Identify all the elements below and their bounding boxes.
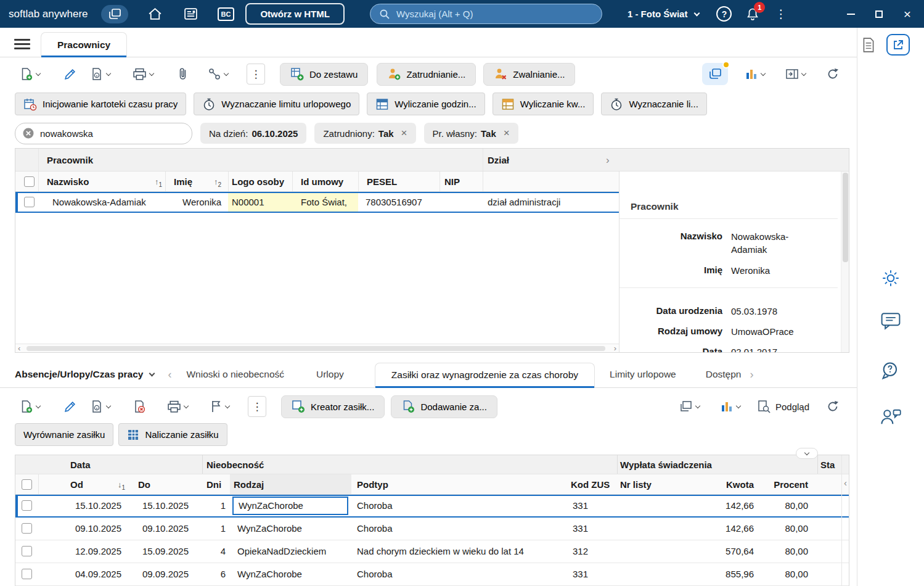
col-podtyp[interactable]: Podtyp [357, 474, 388, 495]
benefit-row[interactable]: 09.10.2025 09.10.2025 1 WynZaChorobe Cho… [15, 518, 849, 540]
minimize-button[interactable] [836, 0, 865, 28]
copy-print-button[interactable] [676, 397, 703, 416]
record-info-button[interactable] [86, 64, 114, 84]
row-checkbox[interactable] [22, 569, 32, 579]
feedback-chat-icon[interactable] [857, 312, 924, 331]
details-expander-icon[interactable]: › [606, 149, 610, 171]
scroll-right-icon[interactable]: › [614, 344, 616, 352]
share-button[interactable] [886, 34, 910, 56]
print-benefit-button[interactable] [163, 397, 192, 416]
preview-button[interactable]: Podgląd [757, 400, 809, 413]
filter-chip-employed[interactable]: Zatrudniony: Tak × [314, 123, 415, 144]
global-search[interactable]: Wyszukaj (Alt + Q) [370, 4, 602, 24]
close-button[interactable]: × [893, 0, 922, 28]
col-nip[interactable]: NIP [444, 171, 460, 192]
add-benefit-button[interactable]: Dodawanie za... [391, 395, 497, 418]
filter-chip-date[interactable]: Na dzień: 06.10.2025 [200, 123, 306, 144]
flag-button[interactable] [206, 397, 233, 416]
amounts-calc-button[interactable]: Wyliczanie kw... [493, 93, 594, 115]
new-record-button[interactable] [16, 64, 44, 84]
horizontal-scrollbar[interactable]: ‹ › [15, 344, 619, 352]
refresh-benefits-button[interactable] [822, 397, 843, 416]
help-icon[interactable]: ? [716, 6, 732, 22]
chart-view-button[interactable] [741, 65, 769, 83]
hours-calc-button[interactable]: Wyliczanie godzin... [367, 93, 484, 115]
tab-dostepne[interactable]: Dostępn [706, 369, 742, 387]
scroll-left-icon[interactable]: ‹ [18, 344, 20, 352]
tab-wnioski[interactable]: Wnioski o nieobecność [186, 369, 284, 387]
limits-calc-button[interactable]: Wyznaczanie li... [601, 93, 706, 115]
col-pesel[interactable]: PESEL [367, 171, 397, 192]
col-nazwisko[interactable]: Nazwisko [47, 171, 89, 192]
row-checkbox[interactable] [22, 500, 32, 511]
home-icon[interactable] [147, 6, 164, 23]
col-logo[interactable]: Logo osoby [232, 171, 284, 192]
chart-view-button[interactable] [716, 397, 744, 416]
focused-cell[interactable]: WynZaChorobe [232, 497, 348, 515]
tabs-scroll-left-icon[interactable]: ‹ [168, 368, 171, 387]
col-procent[interactable]: Procent [758, 474, 808, 495]
select-all-checkbox[interactable] [24, 176, 35, 187]
calculate-benefit-button[interactable]: Naliczanie zasiłku [118, 423, 227, 446]
col-kwota[interactable]: Kwota [700, 474, 754, 495]
more-menu-icon[interactable]: ⋮ [775, 7, 785, 21]
tabs-group-selector[interactable]: Absencje/Urlopy/Czas pracy [15, 369, 154, 387]
help-chat-icon[interactable] [857, 361, 924, 381]
clear-search-icon[interactable] [22, 127, 35, 139]
tab-pracownicy[interactable]: Pracownicy [41, 32, 127, 57]
refresh-button[interactable] [822, 64, 843, 84]
card-view-button[interactable] [702, 63, 728, 85]
more-actions-button[interactable]: ⋮ [247, 64, 265, 85]
more-benefit-actions-button[interactable]: ⋮ [248, 396, 266, 417]
col-rodzaj[interactable]: Rodzaj [234, 474, 264, 495]
maximize-button[interactable] [865, 0, 893, 28]
menu-icon[interactable] [14, 36, 30, 52]
fire-button[interactable]: Zwalnianie... [483, 63, 575, 86]
document-panel-icon[interactable] [861, 37, 876, 53]
relations-button[interactable] [204, 64, 232, 84]
apps-icon[interactable] [101, 5, 128, 23]
add-to-set-button[interactable]: Do zestawu [280, 63, 368, 86]
bc-icon[interactable]: BC [218, 7, 235, 21]
benefit-row[interactable]: 04.09.2025 09.09.2025 6 WynZaChorobe Cho… [15, 563, 849, 586]
col-imie[interactable]: Imię [174, 171, 192, 192]
hire-button[interactable]: Zatrudnianie... [377, 63, 476, 86]
scrollbar-thumb[interactable] [843, 173, 848, 262]
details-scrollbar[interactable] [841, 171, 849, 352]
tab-urlopy[interactable]: Urlopy [316, 369, 344, 387]
col-kod-zus[interactable]: Kod ZUS [571, 474, 610, 495]
edit-button[interactable] [60, 65, 80, 84]
new-benefit-button[interactable] [16, 397, 44, 416]
employee-search-input[interactable] [15, 123, 192, 144]
news-icon[interactable] [182, 6, 200, 23]
idea-icon[interactable] [857, 268, 924, 288]
benefit-wizard-button[interactable]: Kreator zasiłk... [281, 395, 385, 418]
remove-filter-icon[interactable]: × [401, 127, 407, 139]
tabs-scroll-right-icon[interactable]: › [750, 368, 753, 387]
delete-benefit-button[interactable] [129, 397, 150, 416]
remove-filter-icon[interactable]: × [504, 127, 510, 139]
col-od[interactable]: Od [70, 474, 83, 495]
equalize-benefit-button[interactable]: Wyrównanie zasiłku [15, 423, 113, 446]
init-worktime-card-button[interactable]: Inicjowanie kartoteki czasu pracy [15, 93, 186, 115]
attachment-button[interactable] [173, 64, 193, 84]
row-checkbox[interactable] [22, 523, 32, 534]
support-contact-icon[interactable] [857, 407, 924, 427]
print-button[interactable] [129, 65, 157, 84]
employee-row[interactable]: Nowakowska-Adamiak Weronika N00001 Foto … [15, 192, 619, 213]
row-checkbox[interactable] [22, 546, 32, 556]
filter-chip-own[interactable]: Pr. własny: Tak × [424, 123, 518, 144]
tab-limity[interactable]: Limity urlopowe [610, 369, 676, 387]
col-dni[interactable]: Dni [206, 474, 221, 495]
select-all-checkbox[interactable] [22, 479, 32, 490]
expand-right-icon[interactable]: ‹ [844, 477, 847, 488]
col-nr-listy[interactable]: Nr listy [620, 474, 652, 495]
notifications-bell[interactable]: 1 [746, 7, 759, 21]
benefit-row[interactable]: 12.09.2025 15.09.2025 4 OpiekaNadDziecki… [15, 540, 849, 563]
collapse-panel-button[interactable] [796, 448, 818, 459]
row-checkbox[interactable] [24, 197, 35, 207]
scrollbar-thumb[interactable] [27, 346, 605, 351]
tab-zasilki[interactable]: Zasiłki oraz wynagrodzenie za czas choro… [375, 363, 595, 387]
col-id-umowy[interactable]: Id umowy [301, 171, 343, 192]
company-selector[interactable]: 1 - Foto Świat [628, 9, 700, 19]
